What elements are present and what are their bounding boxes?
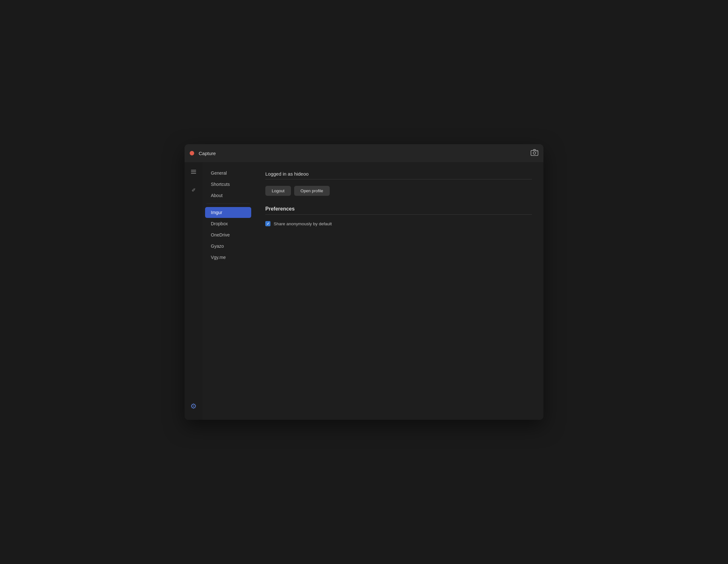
share-anonymous-row: Share anonymously by default [265,221,532,226]
sidebar-item-about[interactable]: About [205,190,251,201]
preferences-divider [265,214,532,215]
sidebar-item-vgyme[interactable]: Vgy.me [205,252,251,263]
sidebar-nav: General Shortcuts About Imgur Dropbox On… [203,162,254,420]
action-buttons: Logout Open profile [265,186,532,196]
icon-bar-top: ✏ [188,166,199,401]
hamburger-menu-icon[interactable] [188,166,199,178]
icon-bar-bottom: ⚙ [188,401,199,416]
sidebar-item-onedrive[interactable]: OneDrive [205,229,251,240]
app-window: Capture ✏ [185,144,543,420]
share-anonymous-checkbox[interactable] [265,221,270,226]
main-layout: ✏ ⚙ General Shortcuts About Imgur Dropbo… [185,162,543,420]
nav-section-services: Imgur Dropbox OneDrive Gyazo Vgy.me [203,207,254,263]
preferences-title: Preferences [265,206,532,212]
share-anonymous-label: Share anonymously by default [274,221,332,226]
content-area: Logged in as hideoo Logout Open profile … [254,162,543,420]
open-profile-button[interactable]: Open profile [294,186,330,196]
sidebar-item-dropbox[interactable]: Dropbox [205,218,251,229]
sidebar-item-shortcuts[interactable]: Shortcuts [205,179,251,190]
app-title: Capture [199,151,216,156]
traffic-light-close[interactable] [190,151,194,155]
preferences-section-header: Preferences [265,206,532,215]
nav-section-main: General Shortcuts About [203,168,254,201]
icon-bar: ✏ ⚙ [185,162,203,420]
login-section-header: Logged in as hideoo [265,171,532,179]
camera-icon[interactable] [531,149,538,158]
login-divider [265,179,532,179]
sidebar-item-imgur[interactable]: Imgur [205,207,251,218]
svg-point-2 [537,151,537,152]
logged-in-title: Logged in as hideoo [265,171,532,177]
title-bar: Capture [185,144,543,162]
svg-rect-0 [531,151,538,156]
sidebar-item-general[interactable]: General [205,168,251,178]
svg-point-1 [533,152,536,154]
sidebar-item-gyazo[interactable]: Gyazo [205,241,251,252]
hamburger-lines [191,170,196,174]
pencil-edit-icon[interactable]: ✏ [188,184,199,195]
logout-button[interactable]: Logout [265,186,291,196]
gear-settings-icon[interactable]: ⚙ [188,401,199,412]
nav-divider [206,203,250,204]
preferences-section: Preferences Share anonymously by default [265,206,532,226]
